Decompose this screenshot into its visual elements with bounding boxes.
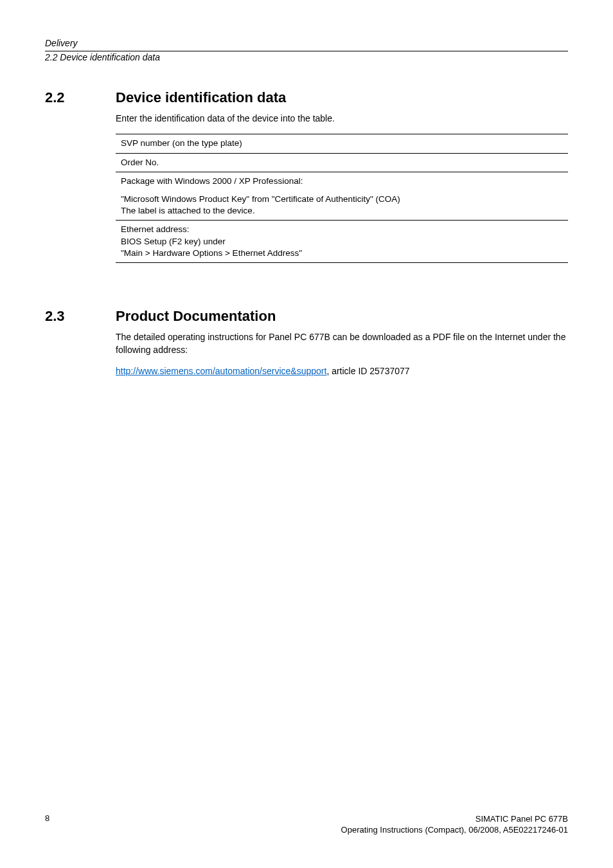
running-header-line1: Delivery xyxy=(45,37,568,50)
footer-product: SIMATIC Panel PC 677B xyxy=(341,813,568,825)
identification-table: SVP number (on the type plate) Order No.… xyxy=(116,134,568,263)
page-number: 8 xyxy=(45,813,49,836)
link-suffix: , article ID 25737077 xyxy=(326,366,409,376)
table-cell: Order No. xyxy=(116,153,568,172)
table-row: "Microsoft Windows Product Key" from "Ce… xyxy=(116,190,568,221)
table-cell: Package with Windows 2000 / XP Professio… xyxy=(116,172,568,190)
page-footer: 8 SIMATIC Panel PC 677B Operating Instru… xyxy=(45,813,568,836)
table-cell: Ethernet address:BIOS Setup (F2 key) und… xyxy=(116,221,568,263)
section-paragraph: The detailed operating instructions for … xyxy=(116,331,568,356)
table-row: Ethernet address:BIOS Setup (F2 key) und… xyxy=(116,221,568,263)
section-2-3: 2.3 Product Documentation The detailed o… xyxy=(45,308,568,387)
table-cell: "Microsoft Windows Product Key" from "Ce… xyxy=(116,190,568,221)
section-2-2: 2.2 Device identification data Enter the… xyxy=(45,89,568,263)
section-title: Device identification data xyxy=(116,89,568,106)
section-title: Product Documentation xyxy=(116,308,568,325)
running-header-line2: 2.2 Device identification data xyxy=(45,51,568,64)
running-header: Delivery 2.2 Device identification data xyxy=(45,37,568,64)
footer-docinfo: Operating Instructions (Compact), 06/200… xyxy=(341,824,568,836)
section-number: 2.3 xyxy=(45,308,116,387)
table-row: Order No. xyxy=(116,153,568,172)
section-paragraph-link: http://www.siemens.com/automation/servic… xyxy=(116,365,568,378)
table-row: SVP number (on the type plate) xyxy=(116,134,568,153)
footer-right: SIMATIC Panel PC 677B Operating Instruct… xyxy=(341,813,568,836)
section-intro: Enter the identification data of the dev… xyxy=(116,113,568,125)
table-cell: SVP number (on the type plate) xyxy=(116,134,568,153)
documentation-link[interactable]: http://www.siemens.com/automation/servic… xyxy=(116,366,326,376)
table-row: Package with Windows 2000 / XP Professio… xyxy=(116,172,568,190)
section-number: 2.2 xyxy=(45,89,116,263)
